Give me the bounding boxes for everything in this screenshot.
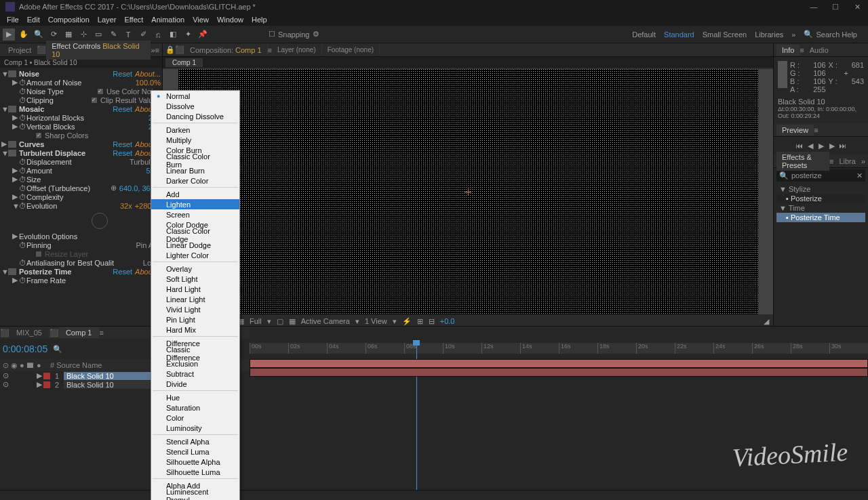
blend-mode-soft-light[interactable]: Soft Light <box>151 274 239 284</box>
blend-mode-vivid-light[interactable]: Vivid Light <box>151 304 239 314</box>
layer-tab[interactable]: Layer (none) <box>272 45 322 55</box>
maximize-button[interactable]: ☐ <box>825 0 846 14</box>
roi-icon[interactable]: ▢ <box>277 317 283 326</box>
minimize-button[interactable]: — <box>803 0 825 14</box>
composition-tab[interactable]: Composition: Comp 1 <box>184 45 268 56</box>
source-name-header[interactable]: Source Name <box>56 361 102 369</box>
viewer-resize-icon[interactable]: ◢ <box>764 317 769 326</box>
timeline-tab-mix[interactable]: MIX_05 <box>9 327 50 338</box>
transparency-icon[interactable]: ▦ <box>289 317 296 326</box>
eraser-tool[interactable]: ◧ <box>167 28 179 41</box>
category-stylize[interactable]: ▼ Stylize <box>776 184 865 194</box>
libraries-tab[interactable]: Libra <box>833 156 861 167</box>
panel-menu-icon[interactable]: ≡ <box>814 126 818 134</box>
value-noise-amount[interactable]: 100.0% <box>136 79 161 87</box>
fast-previews-icon[interactable]: ⚡ <box>402 317 412 326</box>
project-tab[interactable]: Project <box>3 45 37 56</box>
collapse-icon[interactable]: ▼ <box>1 105 8 113</box>
eye-icon[interactable]: ⊙ <box>3 371 9 380</box>
stopwatch-icon[interactable]: ⏱ <box>19 167 26 175</box>
info-tab[interactable]: Info <box>776 45 800 56</box>
expand-icon[interactable]: ▶ <box>12 175 19 184</box>
fx-toggle-posterize[interactable] <box>8 268 16 275</box>
stopwatch-icon[interactable]: ⏱ <box>19 175 26 184</box>
stopwatch-icon[interactable]: ⏱ <box>19 79 26 87</box>
menu-layer[interactable]: Layer <box>94 16 121 24</box>
overflow-icon[interactable]: » <box>861 157 865 165</box>
flowchart-icon[interactable]: ⊟ <box>429 317 435 326</box>
fx-toggle-curves[interactable] <box>8 141 16 148</box>
panel-menu-icon[interactable]: ≡ <box>99 329 103 337</box>
effects-search-input[interactable]: posterize <box>791 171 822 180</box>
menu-edit[interactable]: Edit <box>23 16 44 24</box>
preview-tab[interactable]: Preview <box>776 125 814 136</box>
reset-link[interactable]: Reset <box>113 268 132 276</box>
camera-dropdown[interactable]: Active Camera <box>301 317 350 325</box>
reset-link[interactable]: Reset <box>113 149 132 157</box>
effects-presets-tab[interactable]: Effects & Presets <box>776 152 829 171</box>
blend-mode-dissolve[interactable]: Dissolve <box>151 101 239 111</box>
blend-mode-linear-burn[interactable]: Linear Burn <box>151 165 239 175</box>
menu-file[interactable]: File <box>3 16 23 24</box>
preset-posterize-time[interactable]: ▪ Posterize Time <box>776 213 865 222</box>
blend-mode-stencil-luma[interactable]: Stencil Luma <box>151 446 239 457</box>
zoom-tool[interactable]: 🔍 <box>33 28 45 41</box>
layer-color[interactable] <box>43 373 50 379</box>
anchor-point-icon[interactable] <box>465 189 471 194</box>
effect-noise[interactable]: Noise <box>19 70 113 78</box>
blend-mode-classic-color-burn[interactable]: Classic Color Burn <box>151 155 239 165</box>
crosshair-icon[interactable]: ⊕ <box>111 184 117 192</box>
menu-help[interactable]: Help <box>248 16 271 24</box>
cti-head[interactable] <box>413 340 420 346</box>
evolution-dial[interactable] <box>92 213 108 229</box>
blend-mode-silhouette-alpha[interactable]: Silhouette Alpha <box>151 457 239 467</box>
value-evolution-turns[interactable]: 32x <box>120 202 132 210</box>
stopwatch-icon[interactable]: ⏱ <box>19 123 26 131</box>
fx-toggle-turb[interactable] <box>8 150 16 157</box>
about-link[interactable]: About... <box>135 70 161 78</box>
blend-mode-hard-light[interactable]: Hard Light <box>151 284 239 294</box>
stopwatch-icon[interactable]: ⏱ <box>19 114 26 122</box>
checkbox-color-noise[interactable] <box>97 88 104 95</box>
next-frame-button[interactable]: ▶ <box>827 141 837 150</box>
stopwatch-icon[interactable]: ⏱ <box>19 158 26 166</box>
blend-mode-linear-dodge[interactable]: Linear Dodge <box>151 240 239 250</box>
timeline-icon[interactable]: ⊞ <box>417 317 423 326</box>
collapse-icon[interactable]: ▼ <box>1 268 8 276</box>
blend-mode-hue[interactable]: Hue <box>151 392 239 402</box>
blend-mode-stencil-alpha[interactable]: Stencil Alpha <box>151 436 239 446</box>
blend-mode-divide[interactable]: Divide <box>151 379 239 389</box>
rotate-tool[interactable]: ⟳ <box>47 28 60 41</box>
blend-mode-pin-light[interactable]: Pin Light <box>151 314 239 325</box>
blend-mode-classic-color-dodge[interactable]: Classic Color Dodge <box>151 230 239 240</box>
preset-posterize[interactable]: ▪ Posterize <box>776 194 865 203</box>
search-help-field[interactable]: Search Help <box>816 30 857 39</box>
footage-tab[interactable]: Footage (none) <box>322 45 380 55</box>
blend-mode-multiply[interactable]: Multiply <box>151 135 239 145</box>
blend-mode-lighten[interactable]: Lighten <box>151 199 239 209</box>
effect-mosaic[interactable]: Mosaic <box>19 105 113 113</box>
menu-composition[interactable]: Composition <box>44 16 94 24</box>
blend-mode-luminescent-premul[interactable]: Luminescent Premul <box>151 491 239 500</box>
menu-effect[interactable]: Effect <box>120 16 147 24</box>
reset-link[interactable]: Reset <box>113 70 132 78</box>
snapping-toggle[interactable]: ☐Snapping ⚙ <box>269 30 319 39</box>
category-time[interactable]: ▼ Time <box>776 203 865 213</box>
prev-frame-button[interactable]: ◀ <box>806 141 815 150</box>
puppet-tool[interactable]: 📌 <box>197 28 209 41</box>
clear-search-icon[interactable]: ✕ <box>856 171 863 180</box>
stopwatch-icon[interactable]: ⏱ <box>19 202 26 210</box>
reset-link[interactable]: Reset <box>113 105 132 113</box>
blend-mode-linear-light[interactable]: Linear Light <box>151 294 239 304</box>
workspace-small[interactable]: Small Screen <box>703 30 747 39</box>
roto-tool[interactable]: ✦ <box>182 28 194 41</box>
audio-tab[interactable]: Audio <box>804 45 834 56</box>
stopwatch-icon[interactable]: ⏱ <box>19 193 26 201</box>
anchor-tool[interactable]: ⊹ <box>77 28 90 41</box>
expand-icon[interactable]: ▶ <box>1 140 8 148</box>
checkbox-clip[interactable] <box>91 97 98 104</box>
blend-mode-silhouette-luma[interactable]: Silhouette Luma <box>151 467 239 477</box>
brush-tool[interactable]: ✐ <box>137 28 149 41</box>
blend-mode-dancing-dissolve[interactable]: Dancing Dissolve <box>151 111 239 121</box>
stopwatch-icon[interactable]: ⏱ <box>19 87 26 96</box>
